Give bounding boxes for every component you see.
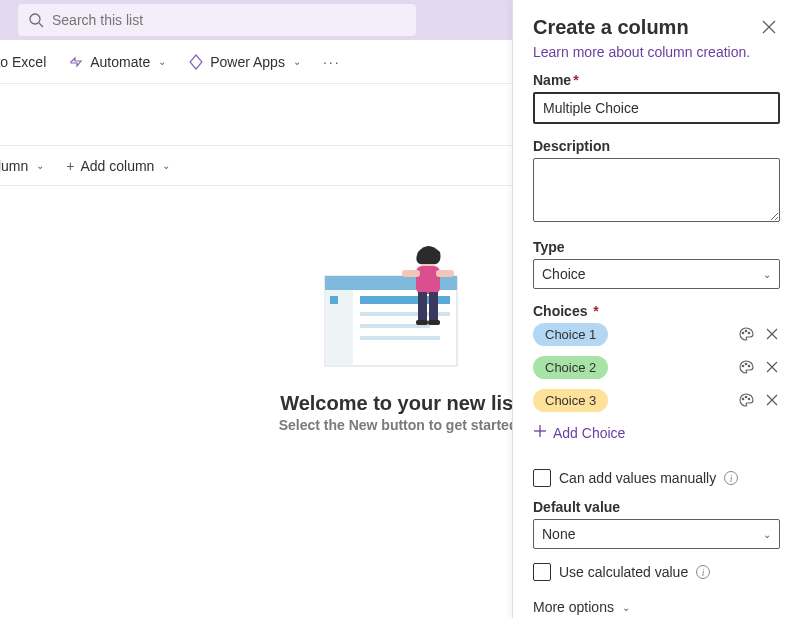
svg-rect-5 — [330, 296, 338, 304]
search-box[interactable] — [18, 4, 416, 36]
learn-more-link[interactable]: Learn more about column creation. — [533, 44, 750, 60]
svg-point-30 — [742, 398, 744, 400]
svg-point-27 — [748, 365, 750, 367]
can-add-values-checkbox[interactable] — [533, 469, 551, 487]
more-options-label: More options — [533, 599, 614, 615]
info-icon[interactable]: i — [696, 565, 710, 579]
description-input[interactable] — [533, 158, 780, 222]
palette-icon — [738, 326, 754, 344]
svg-point-0 — [30, 14, 40, 24]
svg-point-32 — [748, 398, 750, 400]
choice-color-button[interactable] — [736, 357, 756, 379]
svg-point-20 — [742, 332, 744, 334]
default-value-select[interactable]: None ⌄ — [533, 519, 780, 549]
automate-icon — [68, 54, 84, 70]
choice-row: Choice 3 — [533, 389, 780, 412]
can-add-values-label: Can add values manually — [559, 470, 716, 486]
type-select[interactable]: Choice ⌄ — [533, 259, 780, 289]
power-apps-button[interactable]: Power Apps ⌄ — [186, 50, 303, 74]
palette-icon — [738, 392, 754, 410]
description-label: Description — [533, 138, 780, 154]
default-value-label: Default value — [533, 499, 780, 515]
close-icon — [766, 394, 778, 408]
export-excel-button[interactable]: rt to Excel — [0, 50, 48, 74]
default-value-text: None — [542, 526, 575, 542]
chevron-down-icon: ⌄ — [763, 269, 771, 280]
name-input[interactable] — [533, 92, 780, 124]
choice-chip[interactable]: Choice 2 — [533, 356, 608, 379]
create-column-panel: Create a column Learn more about column … — [512, 0, 800, 618]
svg-rect-16 — [416, 320, 428, 325]
type-label: Type — [533, 239, 780, 255]
command-label: Power Apps — [210, 54, 285, 70]
automate-button[interactable]: Automate ⌄ — [66, 50, 168, 74]
use-calculated-checkbox[interactable] — [533, 563, 551, 581]
chevron-down-icon: ⌄ — [158, 56, 166, 67]
chevron-down-icon: ⌄ — [763, 529, 771, 540]
required-indicator: * — [593, 303, 598, 319]
choices-label: Choices * — [533, 303, 780, 319]
more-commands-button[interactable]: ··· — [321, 50, 343, 74]
empty-state-subtitle: Select the New button to get started. — [279, 417, 522, 433]
choice-color-button[interactable] — [736, 390, 756, 412]
more-options-toggle[interactable]: More options ⌄ — [533, 599, 630, 615]
use-calculated-label: Use calculated value — [559, 564, 688, 580]
close-panel-button[interactable] — [758, 16, 780, 40]
svg-point-26 — [745, 363, 747, 365]
add-choice-label: Add Choice — [553, 425, 625, 441]
command-label: Automate — [90, 54, 150, 70]
chevron-down-icon: ⌄ — [293, 56, 301, 67]
search-icon — [28, 12, 44, 28]
svg-rect-15 — [429, 292, 438, 322]
close-icon — [762, 21, 776, 37]
info-icon[interactable]: i — [724, 471, 738, 485]
column-header[interactable]: Column ⌄ — [0, 154, 46, 178]
close-icon — [766, 328, 778, 342]
plus-icon — [533, 424, 547, 441]
type-select-value: Choice — [542, 266, 586, 282]
choice-remove-button[interactable] — [764, 357, 780, 379]
add-column-label: Add column — [80, 158, 154, 174]
svg-rect-13 — [436, 270, 454, 277]
svg-rect-11 — [416, 266, 440, 294]
choice-chip[interactable]: Choice 3 — [533, 389, 608, 412]
choice-remove-button[interactable] — [764, 390, 780, 412]
svg-rect-17 — [428, 320, 440, 325]
empty-state-title: Welcome to your new list — [280, 392, 520, 415]
add-choice-button[interactable]: Add Choice — [533, 424, 625, 441]
column-header-label: Column — [0, 158, 28, 174]
choice-row: Choice 2 — [533, 356, 780, 379]
ellipsis-icon: ··· — [323, 54, 341, 70]
choice-remove-button[interactable] — [764, 324, 780, 346]
svg-rect-12 — [402, 270, 420, 277]
palette-icon — [738, 359, 754, 377]
choice-color-button[interactable] — [736, 324, 756, 346]
add-column-button[interactable]: + Add column ⌄ — [64, 154, 172, 178]
chevron-down-icon: ⌄ — [622, 602, 630, 613]
svg-point-21 — [745, 330, 747, 332]
svg-rect-14 — [418, 292, 427, 322]
svg-point-22 — [748, 332, 750, 334]
svg-rect-9 — [360, 336, 440, 340]
panel-title: Create a column — [533, 16, 689, 39]
command-label: rt to Excel — [0, 54, 46, 70]
svg-line-1 — [39, 23, 43, 27]
empty-state-illustration — [320, 246, 480, 376]
svg-point-31 — [745, 396, 747, 398]
required-indicator: * — [573, 72, 578, 88]
svg-rect-4 — [325, 290, 353, 366]
search-input[interactable] — [44, 11, 406, 29]
choices-list: Choice 1Choice 2Choice 3 — [533, 323, 780, 412]
name-label: Name* — [533, 72, 780, 88]
close-icon — [766, 361, 778, 375]
choice-row: Choice 1 — [533, 323, 780, 346]
svg-point-25 — [742, 365, 744, 367]
plus-icon: + — [66, 158, 74, 174]
chevron-down-icon: ⌄ — [162, 160, 170, 171]
choice-chip[interactable]: Choice 1 — [533, 323, 608, 346]
chevron-down-icon: ⌄ — [36, 160, 44, 171]
power-apps-icon — [188, 54, 204, 70]
